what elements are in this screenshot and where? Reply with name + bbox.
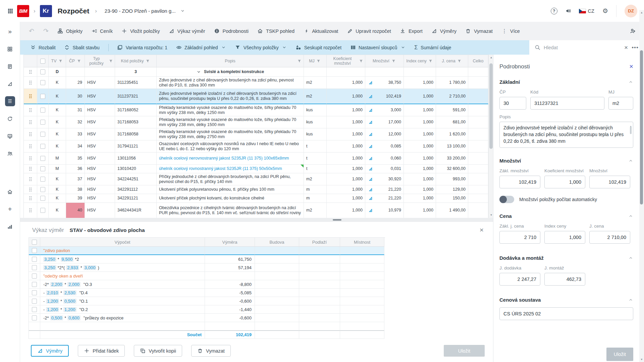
row-checkbox[interactable]: [37, 77, 49, 89]
koeficient-field[interactable]: 1,000: [544, 176, 585, 188]
vykaz-column-header-2[interactable]: Výměra: [205, 238, 255, 247]
vykaz-row-checkbox[interactable]: [29, 255, 40, 263]
vykaz-row[interactable]: -1,200*1,200"O.2-1,440: [29, 305, 385, 314]
column-header-7[interactable]: Koeficient množství: [327, 55, 365, 67]
toolbar-button-pencil[interactable]: Upravit rozpočet: [347, 28, 391, 34]
column-header-8[interactable]: Množství: [365, 55, 404, 67]
toolbar-button-triangle-ruler[interactable]: Výměry: [432, 28, 457, 34]
textarea-scrollbar[interactable]: ▲: [629, 123, 632, 146]
announcements-icon[interactable]: [566, 8, 571, 14]
jcena-field[interactable]: 2 710,00: [589, 231, 630, 244]
filter-button-eye[interactable]: Základní pohled: [176, 45, 226, 50]
row-checkbox[interactable]: [37, 116, 49, 128]
sidebar-item-building-chart[interactable]: [5, 132, 15, 140]
filter-button-shapes[interactable]: Seskupit rozpočet: [296, 45, 341, 50]
sidebar-item-budget[interactable]: ☰: [5, 97, 15, 106]
vykaz-cell-vypocet[interactable]: -1,200*0,500"O.1: [40, 297, 205, 305]
sidebar-item-home[interactable]: [5, 187, 15, 196]
cell-mnozstvi[interactable]: 0,031: [365, 165, 404, 173]
vykaz-column-header-1[interactable]: Výpočet: [40, 238, 205, 247]
toolbar-button-lightning[interactable]: Aktualizovat: [304, 28, 338, 34]
zakl-jcena-field[interactable]: 2 710: [499, 231, 540, 244]
cell-mnozstvi[interactable]: 17,000: [365, 116, 404, 128]
p-idat-dek-button[interactable]: Přidat řádek: [78, 345, 125, 357]
vykaz-triangle-icon[interactable]: [368, 132, 373, 137]
column-header-4[interactable]: Kód položky: [115, 55, 157, 67]
row-checkbox[interactable]: [37, 128, 49, 140]
zakl-mnozstvi-field[interactable]: 102,419: [499, 176, 540, 188]
cell-mnozstvi[interactable]: 3,000: [365, 104, 404, 116]
filter-button-layers[interactable]: Varianta rozpočtu: 1: [117, 45, 167, 50]
section-price-system[interactable]: Cenová soustava: [499, 297, 633, 303]
toolbar-button-download[interactable]: Export: [400, 28, 423, 34]
vykaz-row-checkbox[interactable]: [29, 280, 40, 289]
drag-handle-icon[interactable]: [24, 77, 37, 89]
mnozstvi-field[interactable]: 102,419: [589, 176, 630, 188]
vykaz-triangle-icon[interactable]: [368, 120, 373, 125]
vykaz-row-checkbox[interactable]: [29, 289, 40, 297]
table-row[interactable]: K39HSV342291121Ukotvení příček plochými …: [24, 194, 488, 203]
vykaz-triangle-icon[interactable]: [368, 187, 373, 192]
row-checkbox[interactable]: [37, 153, 49, 165]
vykaz-row-checkbox[interactable]: [29, 272, 40, 280]
drag-handle-icon[interactable]: [24, 194, 37, 203]
table-row[interactable]: K29HSV311235451Zdivo jednovrstvé z cihel…: [24, 77, 488, 89]
kros-logo[interactable]: Kr: [40, 5, 52, 17]
sidebar-item-document[interactable]: [5, 62, 15, 71]
vykaz-row-checkbox[interactable]: [29, 263, 40, 272]
details-save-button[interactable]: Uložit: [606, 348, 633, 361]
v-m-ry-button[interactable]: Výměry: [31, 345, 69, 357]
jdodavka-field[interactable]: 2 247,27: [499, 273, 540, 286]
row-checkbox[interactable]: [37, 173, 49, 185]
row-checkbox[interactable]: [37, 165, 49, 173]
drag-handle-icon[interactable]: [24, 116, 37, 128]
drag-handle-icon[interactable]: [24, 185, 37, 194]
filter-button-double-chevron-down[interactable]: Rozbalit: [30, 45, 56, 50]
section-price[interactable]: Cena: [499, 213, 633, 219]
toolbar-button-plus[interactable]: Vložit položky: [122, 28, 160, 34]
cell-mnozstvi[interactable]: 38,750: [365, 77, 404, 89]
sidebar-item-plus[interactable]: +: [5, 205, 15, 214]
vymazat-button[interactable]: Vymazat: [191, 345, 231, 357]
vykaz-column-header-5[interactable]: Místnost: [340, 238, 384, 247]
row-checkbox[interactable]: [37, 203, 49, 218]
column-header-1[interactable]: TV: [49, 55, 66, 67]
cell-mnozstvi[interactable]: 12,000: [365, 128, 404, 140]
auto-quantity-toggle[interactable]: [499, 196, 514, 203]
column-header-3[interactable]: Typ položky: [85, 55, 115, 67]
cell-mnozstvi[interactable]: 10,979: [365, 203, 404, 218]
table-row[interactable]: M35HSV13011056úhelník ocelový nerovnostr…: [24, 153, 488, 165]
undo-icon[interactable]: ↶: [29, 27, 34, 35]
sidebar-item-people[interactable]: [5, 149, 15, 158]
cell-mnozstvi[interactable]: 102,419: [365, 89, 404, 104]
language-selector[interactable]: CZ: [579, 8, 594, 14]
column-header-9[interactable]: Index ceny: [404, 55, 436, 67]
vykaz-select-all[interactable]: [29, 238, 40, 247]
vykaz-column-header-4[interactable]: Podlaží: [299, 238, 340, 247]
table-row[interactable]: M36HSV13010420úhelník ocelový rovnostran…: [24, 165, 488, 173]
column-header-2[interactable]: ČP: [66, 55, 85, 67]
section-quantity[interactable]: Množství: [499, 158, 633, 164]
column-header-11[interactable]: Celko: [468, 55, 488, 67]
toolbar-button-org-chart[interactable]: Objekty: [58, 28, 83, 34]
table-row[interactable]: K38HSV342291112Ukotvení příček polyureta…: [24, 185, 488, 194]
section-basic[interactable]: Základní: [499, 79, 633, 85]
help-icon[interactable]: ?: [551, 8, 557, 14]
settings-gear-icon[interactable]: ⚙: [602, 7, 608, 15]
drag-handle-icon[interactable]: [24, 140, 37, 153]
table-row[interactable]: K30HSV311237321Zdivo jednovrstvé tepelně…: [24, 89, 488, 104]
sidebar-item-expand[interactable]: »: [5, 27, 15, 36]
vykaz-row[interactable]: "zdivo pavilon: [29, 247, 385, 255]
vykaz-triangle-icon[interactable]: [368, 156, 373, 161]
scrollbar-thumb[interactable]: [640, 50, 643, 204]
drag-handle-icon[interactable]: [24, 128, 37, 140]
row-checkbox[interactable]: [37, 140, 49, 153]
row-checkbox[interactable]: [37, 67, 49, 77]
toolbar-button-dots-vertical[interactable]: ⋮Více: [502, 28, 520, 34]
table-row[interactable]: K37HSV342244251Příčky jednoduché z cihel…: [24, 173, 488, 185]
drag-handle-icon[interactable]: [24, 165, 37, 173]
sidebar-item-sync[interactable]: [5, 114, 15, 123]
close-icon[interactable]: ×: [480, 226, 484, 234]
vykaz-triangle-icon[interactable]: [368, 144, 373, 149]
popis-field[interactable]: Zdivo jednovrstvé tepelně izolační z cih…: [499, 122, 633, 148]
